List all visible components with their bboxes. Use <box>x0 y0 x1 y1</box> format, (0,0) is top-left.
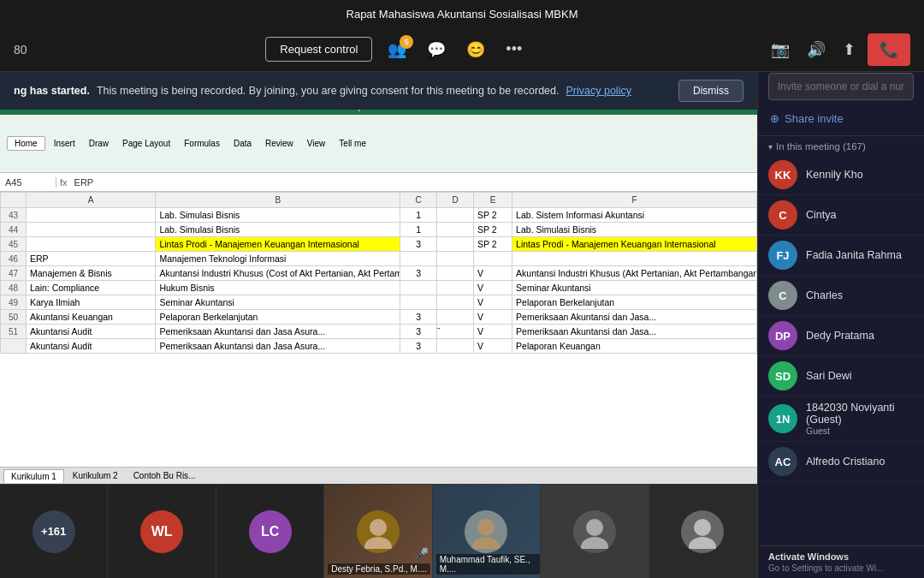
video-thumb-plus: +161 <box>0 485 108 578</box>
cell[interactable] <box>437 223 474 237</box>
cell[interactable]: 1 <box>400 208 437 223</box>
cell[interactable] <box>437 295 474 310</box>
privacy-policy-link[interactable]: Privacy policy <box>566 85 631 97</box>
cell[interactable]: 48 <box>1 281 27 295</box>
camera-button[interactable]: 📷 <box>766 37 795 63</box>
sheet-tab-1[interactable]: Kurikulum 1 <box>3 469 64 483</box>
cell[interactable]: Pemeriksaan Akuntansi dan Jasa Asura... <box>156 339 400 354</box>
cell[interactable]: SP 2 <box>473 237 512 252</box>
request-control-button[interactable]: Request control <box>265 37 372 62</box>
cell[interactable]: Manajemen & Bisnis <box>27 266 156 281</box>
cell[interactable]: 1 <box>400 223 437 237</box>
cell[interactable]: 3 <box>400 237 437 252</box>
ribbon-formulas[interactable]: Formulas <box>179 137 225 150</box>
cell[interactable]: Lab. Simulasi Bisnis <box>156 223 400 237</box>
cell[interactable] <box>1 339 27 354</box>
cell[interactable] <box>437 339 474 354</box>
cell[interactable] <box>27 237 156 252</box>
cell[interactable] <box>400 281 437 295</box>
ribbon-pagelayout[interactable]: Page Layout <box>117 137 175 150</box>
end-call-button[interactable]: 📞 <box>868 33 910 66</box>
ribbon-data[interactable]: Data <box>228 137 257 150</box>
cell[interactable]: Lab. Simulasi Bisnis <box>512 223 757 237</box>
cell[interactable]: Akuntansi Industri Khusus (Akt Pertanian… <box>512 266 757 281</box>
cell[interactable] <box>27 223 156 237</box>
cell[interactable]: Pemeriksaan Akuntansi dan Jasa Asura... <box>156 325 400 339</box>
cell[interactable]: Lab. Sistem Informasi Akuntansi <box>512 208 757 223</box>
share-invite-button[interactable]: ⊕ Share invite <box>768 109 914 128</box>
cell[interactable]: V <box>473 295 512 310</box>
excel-ribbon: Home Insert Draw Page Layout Formulas Da… <box>0 115 757 173</box>
cell[interactable]: 46 <box>1 252 27 266</box>
cell[interactable]: Pelaporan Berkelanjutan <box>512 295 757 310</box>
participants-button[interactable]: 👥 5 <box>382 37 412 63</box>
more-options-button[interactable]: ••• <box>500 37 527 62</box>
cell[interactable]: 51 <box>1 325 27 339</box>
cell-name-box[interactable]: A45 <box>5 177 56 188</box>
cell[interactable]: V <box>473 339 512 354</box>
cell[interactable] <box>437 266 474 281</box>
cell[interactable]: Lintas Prodi - Manajemen Keuangan Intern… <box>512 237 757 252</box>
cell[interactable]: Akuntansi Keuangan <box>27 310 156 325</box>
cell[interactable]: Pelaporan Berkelanjutan <box>156 310 400 325</box>
invite-input[interactable] <box>768 73 914 100</box>
reactions-button[interactable]: 😊 <box>461 37 490 63</box>
cell[interactable]: Akuntansi Industri Khusus (Cost of Akt P… <box>156 266 400 281</box>
cell[interactable]: 49 <box>1 295 27 310</box>
cell[interactable]: Akuntansi Audit <box>27 325 156 339</box>
cell[interactable]: Pemeriksaan Akuntansi dan Jasa... <box>512 310 757 325</box>
cell[interactable]: 50 <box>1 310 27 325</box>
cell[interactable] <box>473 252 512 266</box>
excel-sheet[interactable]: A B C D E F 43Lab. Simulasi Bisnis1SP 2L… <box>0 192 757 467</box>
cell[interactable] <box>437 252 474 266</box>
cell[interactable]: Pelaporan Keuangan <box>512 339 757 354</box>
cell[interactable] <box>437 208 474 223</box>
cell[interactable] <box>27 208 156 223</box>
cell[interactable]: 45 <box>1 237 27 252</box>
cell[interactable]: 3 <box>400 266 437 281</box>
cell[interactable]: Manajemen Teknologi Informasi <box>156 252 400 266</box>
cell[interactable] <box>512 252 757 266</box>
cell[interactable]: 44 <box>1 223 27 237</box>
ribbon-tellme[interactable]: Tell me <box>334 137 371 150</box>
ribbon-view[interactable]: View <box>302 137 331 150</box>
cell[interactable]: Seminar Akuntansi <box>156 295 400 310</box>
cell[interactable]: 3 <box>400 339 437 354</box>
cell[interactable]: ̈ <box>437 325 474 339</box>
cell[interactable]: ERP <box>27 252 156 266</box>
cell[interactable]: V <box>473 325 512 339</box>
in-meeting-section: ▾ In this meeting (167) <box>758 135 924 155</box>
cell[interactable]: 47 <box>1 266 27 281</box>
cell[interactable]: Pemeriksaan Akuntansi dan Jasa... <box>512 325 757 339</box>
cell[interactable]: Akuntansi Audit <box>27 339 156 354</box>
ribbon-review[interactable]: Review <box>260 137 299 150</box>
cell[interactable]: SP 2 <box>473 223 512 237</box>
cell[interactable]: Hukum Bisnis <box>156 281 400 295</box>
chat-button[interactable]: 💬 <box>422 37 451 63</box>
cell[interactable]: 3 <box>400 325 437 339</box>
cell[interactable]: V <box>473 281 512 295</box>
cell[interactable]: Lintas Prodi - Manajemen Keuangan Intern… <box>156 237 400 252</box>
cell[interactable] <box>400 295 437 310</box>
mute-button[interactable]: 🔊 <box>802 37 831 63</box>
ribbon-draw[interactable]: Draw <box>84 137 114 150</box>
sheet-tab-3[interactable]: Contoh Bu Ris... <box>127 469 203 482</box>
cell[interactable] <box>437 310 474 325</box>
cell[interactable]: Lain: Compliance <box>27 281 156 295</box>
ribbon-insert[interactable]: Insert <box>49 137 80 150</box>
cell[interactable]: Lab. Simulasi Bisnis <box>156 208 400 223</box>
cell[interactable]: Karya Ilmiah <box>27 295 156 310</box>
cell[interactable]: V <box>473 310 512 325</box>
cell[interactable] <box>437 237 474 252</box>
cell[interactable]: 3 <box>400 310 437 325</box>
cell[interactable]: 43 <box>1 208 27 223</box>
sheet-tab-2[interactable]: Kurikulum 2 <box>66 469 125 482</box>
ribbon-home[interactable]: Home <box>7 136 45 151</box>
cell[interactable] <box>400 252 437 266</box>
dismiss-button[interactable]: Dismiss <box>678 80 743 102</box>
cell[interactable]: SP 2 <box>473 208 512 223</box>
cell[interactable]: Seminar Akuntansi <box>512 281 757 295</box>
cell[interactable]: V <box>473 266 512 281</box>
cell[interactable] <box>437 281 474 295</box>
share-button[interactable]: ⬆ <box>838 37 861 63</box>
